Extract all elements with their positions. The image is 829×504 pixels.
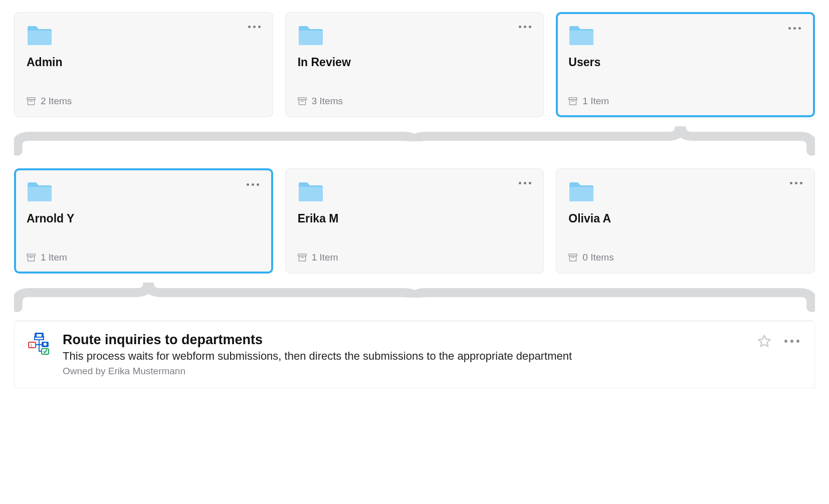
item-count-label: 1 Item — [582, 96, 609, 107]
process-body: Route inquiries to departments This proc… — [63, 332, 745, 377]
item-count-label: 0 Items — [582, 252, 613, 263]
star-icon[interactable] — [757, 334, 771, 348]
archive-icon — [568, 253, 577, 262]
folder-card-arnold-y[interactable]: Arnold Y 1 Item — [14, 168, 273, 274]
archive-icon — [298, 97, 307, 106]
svg-rect-1 — [28, 100, 35, 105]
folder-card-erika-m[interactable]: Erika M 1 Item — [285, 168, 544, 274]
item-count: 1 Item — [568, 96, 802, 107]
item-count: 3 Items — [298, 96, 532, 107]
archive-icon — [27, 253, 36, 262]
archive-icon — [568, 97, 577, 106]
folder-card-users[interactable]: Users 1 Item — [556, 12, 815, 117]
svg-rect-10 — [28, 256, 35, 261]
process-title: Route inquiries to departments — [63, 332, 745, 348]
folder-title: Olivia A — [568, 212, 802, 225]
archive-icon — [27, 97, 36, 106]
more-menu-button[interactable] — [245, 181, 261, 188]
svg-rect-13 — [299, 256, 305, 261]
item-count-label: 1 Item — [41, 252, 67, 263]
folder-title: Arnold Y — [27, 212, 261, 225]
folder-title: Admin — [27, 56, 261, 69]
archive-icon — [298, 253, 307, 262]
folder-card-admin[interactable]: Admin 2 Items — [14, 12, 273, 117]
folder-row-bottom: Arnold Y 1 Item Erika M 1 Item Olivia A … — [0, 156, 829, 274]
process-actions — [757, 332, 801, 348]
folder-icon — [298, 24, 324, 46]
folder-row-top: Admin 2 Items In Review 3 Items Users 1 … — [0, 0, 829, 117]
item-count-label: 3 Items — [312, 96, 343, 107]
svg-rect-19 — [37, 334, 42, 337]
folder-card-in-review[interactable]: In Review 3 Items — [285, 12, 544, 117]
folder-icon — [298, 180, 324, 202]
folder-card-olivia-a[interactable]: Olivia A 0 Items — [556, 168, 815, 274]
item-count: 1 Item — [298, 252, 532, 263]
item-count-label: 1 Item — [312, 252, 338, 263]
folder-icon — [27, 24, 53, 46]
process-card[interactable]: 1 Route inquiries to departments This pr… — [14, 321, 815, 388]
item-count-label: 2 Items — [41, 96, 72, 107]
process-flow-icon: 1 — [28, 332, 51, 355]
bracket-connector-top — [0, 126, 829, 156]
more-menu-button[interactable] — [788, 180, 804, 186]
item-count: 2 Items — [27, 96, 261, 107]
process-owner: Owned by Erika Mustermann — [63, 366, 745, 377]
folder-icon — [27, 180, 53, 202]
item-count: 1 Item — [27, 252, 261, 263]
svg-rect-16 — [570, 256, 576, 261]
svg-rect-7 — [570, 100, 576, 105]
svg-text:1: 1 — [30, 343, 33, 348]
process-description: This process waits for webform submissio… — [63, 350, 745, 363]
svg-rect-4 — [299, 100, 305, 105]
more-menu-button[interactable] — [246, 24, 263, 30]
svg-point-23 — [44, 343, 47, 346]
item-count: 0 Items — [568, 252, 802, 263]
folder-title: Erika M — [298, 212, 532, 225]
more-menu-button[interactable] — [782, 338, 801, 345]
folder-icon — [568, 24, 594, 46]
folder-icon — [568, 180, 594, 202]
more-menu-button[interactable] — [517, 180, 533, 186]
more-menu-button[interactable] — [786, 25, 803, 32]
folder-title: Users — [568, 56, 802, 69]
folder-title: In Review — [298, 56, 532, 69]
more-menu-button[interactable] — [517, 24, 533, 30]
bracket-connector-bottom — [0, 283, 829, 313]
